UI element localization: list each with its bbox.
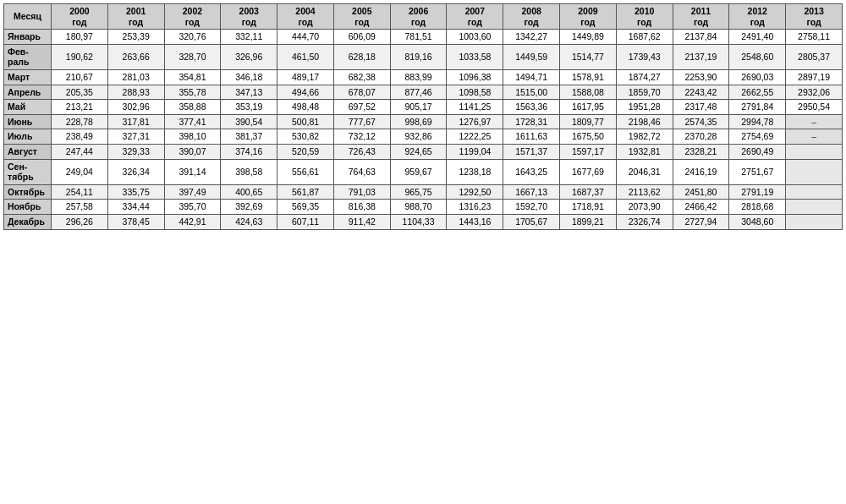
data-cell: 2727,94 [673,214,729,229]
data-cell: 1449,59 [503,44,560,69]
month-cell: Октябрь [4,184,52,200]
data-cell: 3048,60 [729,214,786,229]
data-cell: 2758,11 [786,30,843,45]
data-cell: 932,86 [390,129,447,145]
data-cell: 2754,69 [729,129,786,145]
data-cell: 358,88 [164,100,221,115]
year-header-2013: 2013год [786,4,843,30]
data-cell: 2574,35 [673,114,729,129]
data-cell: 2994,78 [729,114,786,129]
data-cell: 397,49 [164,184,221,200]
data-cell: 2253,90 [673,69,729,85]
table-row: Август247,44329,33390,07374,16520,59726,… [4,144,843,159]
data-cell: 444,70 [277,30,334,45]
data-cell: 1859,70 [616,85,673,100]
data-cell: 988,70 [390,200,447,215]
data-cell [786,200,843,215]
data-cell: 377,41 [164,114,221,129]
table-row: Июль238,49327,31398,10381,37530,82732,12… [4,129,843,145]
data-cell: 877,46 [390,85,447,100]
data-cell: 2662,55 [729,85,786,100]
data-cell: 2073,90 [616,200,673,215]
data-cell: 205,35 [52,85,108,100]
data-cell: 965,75 [390,184,447,200]
data-cell: 1617,95 [560,100,617,115]
table-row: Сен-тябрь249,04326,34391,14398,58556,617… [4,159,843,184]
data-cell: 607,11 [277,214,334,229]
data-cell: 2950,54 [786,100,843,115]
data-cell: 1096,38 [447,69,503,85]
data-cell: 781,51 [390,30,447,45]
data-cell: 678,07 [333,85,390,100]
data-cell: 911,42 [333,214,390,229]
data-cell: 2113,62 [616,184,673,200]
data-cell: 281,03 [107,69,164,85]
data-cell: 764,63 [333,159,390,184]
data-cell: 391,14 [164,159,221,184]
data-cell: 327,31 [107,129,164,145]
data-cell: 238,49 [52,129,108,145]
data-cell: 247,44 [52,144,108,159]
data-cell: 1874,27 [616,69,673,85]
data-cell: 1104,33 [390,214,447,229]
data-cell: 682,38 [333,69,390,85]
year-header-2010: 2010год [616,4,673,30]
data-cell: 288,93 [107,85,164,100]
data-cell: 2690,49 [729,144,786,159]
data-cell: 1597,17 [560,144,617,159]
data-cell: 732,12 [333,129,390,145]
table-row: Март210,67281,03354,81346,18489,17682,38… [4,69,843,85]
data-cell: 2137,19 [673,44,729,69]
month-cell: Май [4,100,52,115]
data-cell: 2491,40 [729,30,786,45]
month-cell: Январь [4,30,52,45]
data-cell: 346,18 [221,69,277,85]
data-cell: 606,09 [333,30,390,45]
data-cell: 1514,77 [560,44,617,69]
data-cell: 816,38 [333,200,390,215]
data-cell: 424,63 [221,214,277,229]
data-cell: 1238,18 [447,159,503,184]
data-cell: 1292,50 [447,184,503,200]
data-cell: 320,76 [164,30,221,45]
data-cell: 569,35 [277,200,334,215]
data-cell: 1033,58 [447,44,503,69]
data-cell: 210,67 [52,69,108,85]
data-cell: 400,65 [221,184,277,200]
data-cell: 326,34 [107,159,164,184]
data-cell: 500,81 [277,114,334,129]
data-cell: 1276,97 [447,114,503,129]
data-cell: 1643,25 [503,159,560,184]
month-cell: Фев-раль [4,44,52,69]
data-cell: 1443,16 [447,214,503,229]
table-row: Фев-раль190,62263,66328,70326,96461,5062… [4,44,843,69]
data-cell: 317,81 [107,114,164,129]
data-cell: 390,54 [221,114,277,129]
month-cell: Март [4,69,52,85]
data-cell: 2897,19 [786,69,843,85]
data-cell: 213,21 [52,100,108,115]
data-cell: 494,66 [277,85,334,100]
data-cell: 2932,06 [786,85,843,100]
data-cell: 2466,42 [673,200,729,215]
year-header-2004: 2004год [277,4,334,30]
data-cell: 254,11 [52,184,108,200]
data-cell: 296,26 [52,214,108,229]
data-cell: 1687,62 [616,30,673,45]
data-cell: 2548,60 [729,44,786,69]
data-cell: 905,17 [390,100,447,115]
data-cell: 228,78 [52,114,108,129]
data-cell: 1728,31 [503,114,560,129]
table-row: Июнь228,78317,81377,41390,54500,81777,67… [4,114,843,129]
data-cell: 2198,46 [616,114,673,129]
year-header-2009: 2009год [560,4,617,30]
data-cell: 461,50 [277,44,334,69]
data-cell: 335,75 [107,184,164,200]
year-header-2005: 2005год [333,4,390,30]
data-cell: 249,04 [52,159,108,184]
month-cell: Сен-тябрь [4,159,52,184]
data-cell: 1494,71 [503,69,560,85]
data-cell: 2326,74 [616,214,673,229]
data-cell: 2451,80 [673,184,729,200]
data-cell: 628,18 [333,44,390,69]
